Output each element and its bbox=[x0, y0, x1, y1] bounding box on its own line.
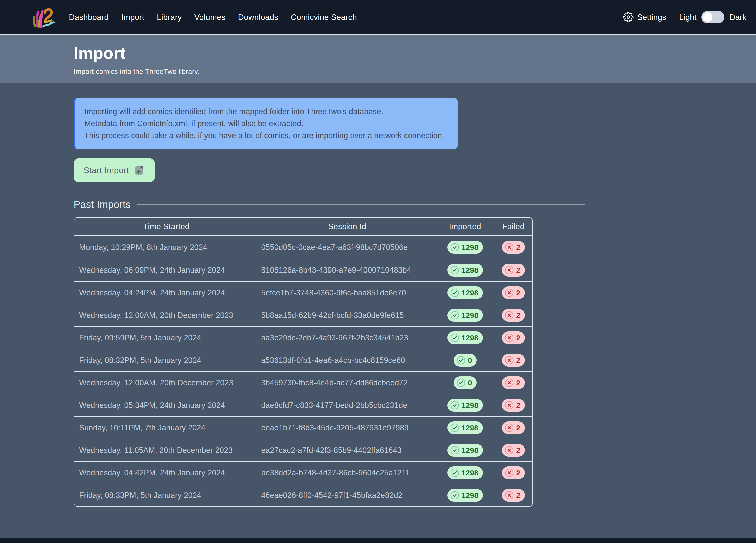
imported-count: 1298 bbox=[462, 424, 479, 432]
failed-badge: 2 bbox=[502, 331, 525, 344]
table-row[interactable]: Friday, 08:33PM, 5th January 2024 46eae0… bbox=[74, 484, 533, 506]
circle-x-icon bbox=[505, 311, 514, 320]
circle-x-icon bbox=[505, 265, 514, 275]
imported-count: 1298 bbox=[462, 334, 479, 342]
time-started-cell: Wednesday, 06:09PM, 24th January 2024 bbox=[74, 259, 259, 281]
session-id-cell: eeae1b71-f8b3-45dc-9205-487931e97989 bbox=[259, 416, 436, 439]
imported-badge: 1298 bbox=[447, 309, 483, 322]
nav-item-dashboard[interactable]: Dashboard bbox=[69, 13, 109, 22]
time-started-cell: Monday, 10:29PM, 8th January 2024 bbox=[74, 236, 259, 259]
circle-check-icon bbox=[457, 378, 466, 387]
circle-x-icon bbox=[505, 446, 514, 455]
imported-badge: 1298 bbox=[447, 286, 483, 299]
imported-count: 0 bbox=[468, 356, 472, 365]
failed-badge: 2 bbox=[502, 399, 525, 412]
failed-count: 2 bbox=[516, 446, 521, 455]
circle-x-icon bbox=[505, 243, 514, 252]
column-header-failed: Failed bbox=[495, 218, 533, 236]
theme-toggle-switch[interactable] bbox=[701, 11, 725, 23]
nav-item-comicvine-search[interactable]: Comicvine Search bbox=[291, 13, 357, 22]
circle-check-icon bbox=[450, 288, 459, 297]
circle-x-icon bbox=[505, 468, 514, 477]
session-id-cell: dae8cfd7-c833-4177-bedd-2bb5cbc231de bbox=[259, 394, 436, 416]
threetwo-logo-icon[interactable] bbox=[31, 4, 55, 30]
table-row[interactable]: Friday, 08:32PM, 5th January 2024 a53613… bbox=[74, 349, 533, 371]
time-started-cell: Wednesday, 12:00AM, 20th December 2023 bbox=[74, 371, 259, 394]
table-row[interactable]: Wednesday, 06:09PM, 24th January 2024 81… bbox=[74, 259, 533, 281]
table-row[interactable]: Wednesday, 12:00AM, 20th December 2023 3… bbox=[74, 371, 533, 394]
circle-x-icon bbox=[505, 356, 514, 365]
failed-badge: 2 bbox=[502, 489, 525, 502]
time-started-cell: Friday, 08:33PM, 5th January 2024 bbox=[74, 484, 259, 506]
session-id-cell: 5b8aa15d-62b9-42cf-bcfd-33a0de9fe615 bbox=[259, 304, 436, 326]
nav-item-library[interactable]: Library bbox=[157, 13, 182, 22]
circle-x-icon bbox=[505, 491, 514, 500]
table-row[interactable]: Wednesday, 04:24PM, 24th January 2024 5e… bbox=[74, 281, 533, 304]
table-row[interactable]: Wednesday, 05:34PM, 24th January 2024 da… bbox=[74, 394, 533, 416]
circle-x-icon bbox=[505, 423, 514, 432]
circle-x-icon bbox=[505, 401, 514, 410]
failed-count: 2 bbox=[516, 469, 521, 477]
past-imports-table-body: Monday, 10:29PM, 8th January 2024 0550d0… bbox=[74, 236, 533, 506]
session-id-cell: ea27cac2-a7fd-42f3-85b9-4402ffa61643 bbox=[259, 439, 436, 461]
page-title: Import bbox=[74, 44, 756, 63]
imported-badge: 0 bbox=[454, 376, 477, 389]
failed-count: 2 bbox=[516, 289, 521, 297]
column-header-time-started: Time Started bbox=[74, 218, 259, 236]
session-id-cell: a53613df-0fb1-4ea6-a4cb-bc4c8159ce60 bbox=[259, 349, 436, 371]
table-row[interactable]: Wednesday, 12:00AM, 20th December 2023 5… bbox=[74, 304, 533, 326]
past-imports-section-head: Past Imports bbox=[74, 199, 585, 210]
imported-badge: 1298 bbox=[447, 421, 483, 434]
imported-count: 1298 bbox=[462, 311, 479, 320]
imported-badge: 1298 bbox=[447, 331, 483, 344]
imported-badge: 1298 bbox=[447, 489, 483, 502]
time-started-cell: Wednesday, 05:34PM, 24th January 2024 bbox=[74, 394, 259, 416]
imported-count: 1298 bbox=[462, 401, 479, 410]
session-id-cell: 5efce1b7-3748-4360-9f6c-baa851de6e70 bbox=[259, 281, 436, 304]
failed-badge: 2 bbox=[502, 466, 525, 479]
start-import-button[interactable]: Start Import bbox=[74, 158, 155, 182]
settings-button[interactable]: Settings bbox=[623, 12, 666, 22]
circle-check-icon bbox=[450, 243, 459, 252]
circle-x-icon bbox=[505, 378, 514, 387]
nav-item-import[interactable]: Import bbox=[121, 13, 145, 22]
session-id-cell: be38dd2a-b748-4d37-86cb-9604c25a1211 bbox=[259, 461, 436, 484]
gear-icon bbox=[623, 12, 634, 22]
file-import-icon bbox=[133, 165, 145, 176]
circle-check-icon bbox=[457, 356, 466, 365]
circle-check-icon bbox=[450, 311, 459, 320]
failed-badge: 2 bbox=[502, 309, 525, 322]
imported-count: 1298 bbox=[462, 266, 479, 275]
failed-count: 2 bbox=[516, 424, 521, 432]
failed-badge: 2 bbox=[502, 421, 525, 434]
table-header: Time Started Session Id Imported Failed bbox=[74, 218, 533, 236]
info-line: This process could take a while, if you … bbox=[85, 130, 448, 142]
time-started-cell: Wednesday, 11:05AM, 20th December 2023 bbox=[74, 439, 259, 461]
imported-badge: 1298 bbox=[447, 241, 483, 254]
nav-item-volumes[interactable]: Volumes bbox=[195, 13, 226, 22]
table-row[interactable]: Friday, 09:59PM, 5th January 2024 aa3e29… bbox=[74, 326, 533, 349]
nav-item-downloads[interactable]: Downloads bbox=[238, 13, 279, 22]
session-id-cell: 46eae026-8ff0-4542-97f1-45bfaa2e82d2 bbox=[259, 484, 436, 506]
session-id-cell: 8105126a-8b43-4390-a7e9-4000710483b4 bbox=[259, 259, 436, 281]
table-row[interactable]: Wednesday, 04:42PM, 24th January 2024 be… bbox=[74, 461, 533, 484]
failed-count: 2 bbox=[516, 401, 521, 410]
failed-badge: 2 bbox=[502, 264, 525, 277]
time-started-cell: Friday, 08:32PM, 5th January 2024 bbox=[74, 349, 259, 371]
imported-badge: 1298 bbox=[447, 466, 483, 479]
imported-count: 0 bbox=[468, 379, 472, 387]
circle-x-icon bbox=[505, 333, 514, 342]
table-row[interactable]: Monday, 10:29PM, 8th January 2024 0550d0… bbox=[74, 236, 533, 259]
past-imports-title: Past Imports bbox=[74, 199, 131, 210]
import-info-callout: Importing will add comics identified fro… bbox=[74, 98, 458, 149]
failed-count: 2 bbox=[516, 379, 521, 387]
failed-count: 2 bbox=[516, 266, 521, 275]
failed-badge: 2 bbox=[502, 376, 525, 389]
table-row[interactable]: Sunday, 10:11PM, 7th January 2024 eeae1b… bbox=[74, 416, 533, 439]
imported-badge: 0 bbox=[454, 354, 477, 367]
page-header: Import Import comics into the ThreeTwo l… bbox=[0, 35, 756, 83]
table-row[interactable]: Wednesday, 11:05AM, 20th December 2023 e… bbox=[74, 439, 533, 461]
failed-count: 2 bbox=[516, 356, 521, 365]
imported-badge: 1298 bbox=[447, 264, 483, 277]
section-divider bbox=[137, 204, 585, 205]
